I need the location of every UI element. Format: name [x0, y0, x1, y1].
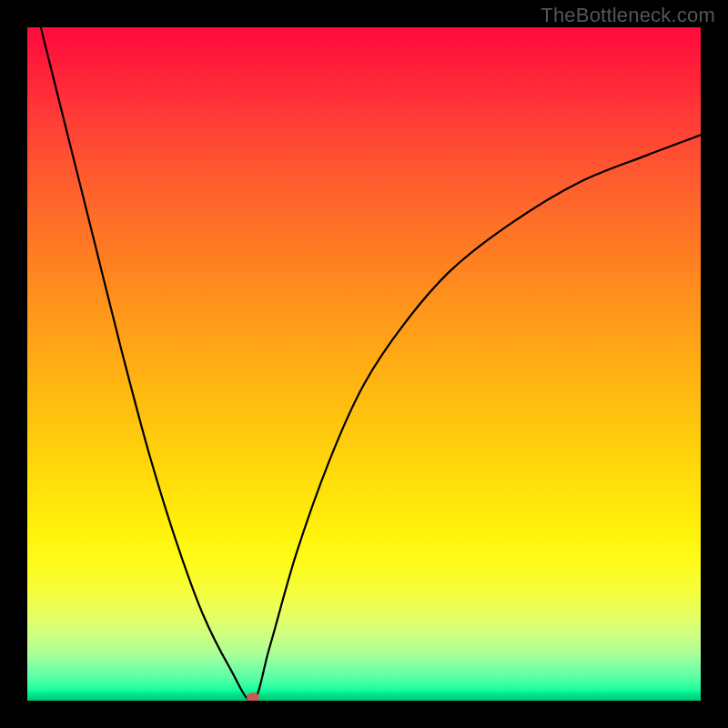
watermark-text: TheBottleneck.com [541, 4, 715, 27]
bottleneck-curve [27, 27, 701, 701]
plot-area [27, 27, 701, 701]
chart-frame: TheBottleneck.com [0, 0, 728, 728]
optimal-point-marker [247, 693, 259, 701]
curve-path [41, 27, 701, 701]
